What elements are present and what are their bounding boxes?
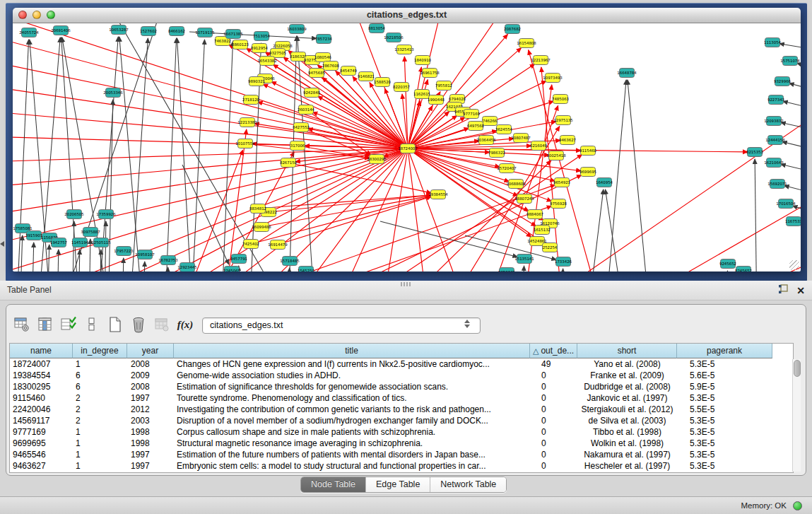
graph-edge[interactable]: [779, 44, 801, 50]
graph-node-label: 12923445: [177, 265, 196, 269]
graph-edge[interactable]: [129, 38, 148, 271]
graph-node-label: 10719135: [195, 30, 214, 35]
graph-edge[interactable]: [13, 35, 408, 148]
show-columns-icon[interactable]: [35, 315, 56, 334]
column-header-year[interactable]: year: [127, 344, 174, 358]
graph-edge[interactable]: [587, 189, 604, 271]
table-row[interactable]: 1830029562008Estimation of significance …: [10, 381, 793, 392]
graph-edge[interactable]: [261, 196, 431, 227]
graph-edge[interactable]: [154, 185, 555, 271]
graph-edge[interactable]: [61, 37, 80, 271]
cell-in_degree: 2: [73, 392, 127, 404]
tab-edge-table[interactable]: Edge Table: [366, 477, 430, 492]
column-header-in_degree[interactable]: in_degree: [73, 344, 127, 358]
sort-asc-icon: △: [533, 346, 539, 355]
graph-edge[interactable]: [628, 80, 650, 271]
delete-table-icon[interactable]: [128, 315, 149, 334]
graph-edge[interactable]: [108, 100, 113, 271]
tab-node-table[interactable]: Node Table: [301, 477, 366, 492]
graph-edge[interactable]: [57, 250, 59, 271]
network-canvas[interactable]: 1872400774638228860123891295423226058932…: [13, 23, 801, 271]
graph-edge[interactable]: [408, 148, 748, 152]
graph-edge[interactable]: [13, 136, 408, 148]
graph-edge[interactable]: [32, 243, 34, 271]
tab-network-table[interactable]: Network Table: [430, 477, 506, 492]
graph-edge[interactable]: [605, 80, 626, 271]
table-row[interactable]: 1456911722003Disruption of a novel membe…: [10, 415, 793, 426]
graph-edge[interactable]: [592, 193, 801, 271]
table-tabs: Node TableEdge TableNetwork Table: [300, 477, 507, 493]
graph-edge[interactable]: [89, 239, 90, 271]
graph-edge[interactable]: [380, 221, 517, 257]
column-header-title[interactable]: title: [174, 344, 530, 358]
table-row[interactable]: 946554611997Estimation of the future num…: [10, 449, 793, 460]
graph-edge[interactable]: [781, 122, 801, 131]
table-scrollbar[interactable]: [792, 359, 801, 472]
graph-node-label: 15692071: [767, 182, 787, 186]
splitter-handle[interactable]: [401, 282, 411, 286]
window-resize-grip[interactable]: [789, 260, 799, 270]
graph-edge[interactable]: [306, 110, 371, 155]
panel-collapse-arrow[interactable]: [0, 241, 4, 247]
float-panel-icon[interactable]: [778, 284, 788, 297]
column-header-out_degree[interactable]: △out_de...: [530, 344, 577, 358]
maximize-window-button[interactable]: [47, 11, 55, 19]
graph-edge[interactable]: [408, 148, 472, 271]
graph-edge[interactable]: [251, 197, 431, 244]
graph-edge[interactable]: [318, 96, 408, 148]
cell-name: 9465546: [10, 449, 73, 460]
table-row[interactable]: 1872400712008Changes of HCN gene express…: [10, 358, 793, 370]
table-row[interactable]: 2242004622012Investigating the contribut…: [10, 404, 793, 415]
cell-in_degree: 6: [73, 370, 127, 381]
graph-edge[interactable]: [278, 197, 431, 245]
select-all-rows-icon[interactable]: [58, 315, 79, 334]
cell-in_degree: 1: [73, 449, 127, 460]
graph-edge[interactable]: [781, 164, 801, 173]
column-header-name[interactable]: name: [10, 344, 73, 358]
graph-edge[interactable]: [561, 269, 563, 271]
function-builder-icon[interactable]: f(x): [175, 315, 196, 334]
citation-network-graph[interactable]: 1872400774638228860123891295423226058932…: [13, 23, 801, 271]
column-header-short[interactable]: short: [577, 344, 677, 358]
table-scrollbar-thumb[interactable]: [794, 360, 801, 377]
table-row[interactable]: 946362711997Embryonic stem cells: a mode…: [10, 460, 793, 472]
graph-edge[interactable]: [55, 23, 161, 271]
table-row[interactable]: 911546021997Tourette syndrome. Phenomeno…: [10, 392, 793, 404]
graph-edge[interactable]: [221, 41, 233, 271]
graph-edge[interactable]: [725, 271, 728, 271]
graph-edge[interactable]: [288, 268, 290, 271]
graph-node-label: 1545250: [298, 269, 315, 271]
graph-edge[interactable]: [263, 84, 408, 148]
graph-edge[interactable]: [789, 83, 801, 91]
table-selector-dropdown[interactable]: citations_edges.txt: [202, 317, 481, 334]
row-height-icon[interactable]: [81, 315, 102, 334]
graph-edge[interactable]: [98, 37, 118, 271]
graph-edge[interactable]: [755, 159, 757, 271]
graph-edge[interactable]: [784, 186, 801, 194]
graph-edge[interactable]: [198, 152, 294, 271]
table-row[interactable]: 1938455462009Genome-wide association stu…: [10, 370, 793, 381]
minimize-window-button[interactable]: [33, 11, 41, 19]
cell-name: 14569117: [10, 415, 73, 426]
network-window-titlebar[interactable]: citations_edges.txt: [13, 8, 801, 23]
graph-node-label: 1113054: [764, 40, 782, 45]
graph-edge[interactable]: [122, 258, 124, 271]
graph-edge[interactable]: [165, 38, 177, 271]
graph-edge[interactable]: [522, 266, 524, 271]
graph-edge[interactable]: [331, 148, 408, 271]
create-table-icon[interactable]: [105, 315, 126, 334]
import-table-icon[interactable]: [151, 315, 172, 334]
graph-edge[interactable]: [78, 250, 80, 271]
column-header-pagerank[interactable]: pagerank: [677, 344, 772, 358]
close-panel-icon[interactable]: ✕: [796, 286, 805, 296]
graph-edge[interactable]: [175, 150, 242, 271]
graph-node-label: 12213383: [237, 120, 257, 124]
graph-edge[interactable]: [783, 101, 801, 110]
table-row[interactable]: 977716911998Corpus callosum shape and si…: [10, 426, 793, 438]
table-row[interactable]: 969969511998Structural magnetic resonanc…: [10, 438, 793, 449]
graph-edge[interactable]: [269, 195, 431, 212]
graph-edge[interactable]: [782, 141, 801, 151]
network-view-window[interactable]: citations_edges.txt 18724007746382288601…: [13, 8, 801, 271]
close-window-button[interactable]: [18, 11, 27, 19]
table-settings-icon[interactable]: [11, 315, 33, 334]
